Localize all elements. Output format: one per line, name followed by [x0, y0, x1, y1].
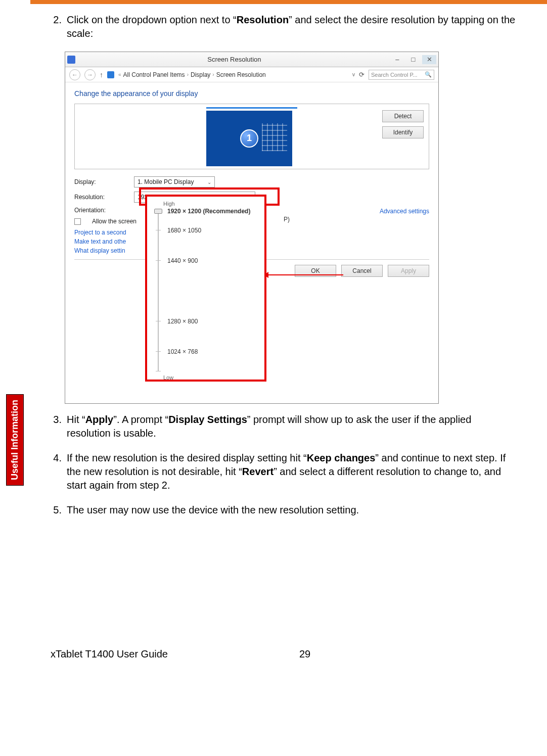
- res-option-1024[interactable]: 1024 × 768: [167, 348, 198, 355]
- res-option-1280[interactable]: 1280 × 800: [167, 318, 198, 325]
- res-option-1920[interactable]: 1920 × 1200 (Recommended): [167, 208, 250, 215]
- nav-up-button[interactable]: ↑: [100, 71, 103, 79]
- orientation-label: Orientation:: [74, 207, 125, 214]
- close-button[interactable]: ✕: [422, 55, 436, 64]
- maximize-button[interactable]: □: [406, 55, 420, 64]
- app-icon: [67, 56, 75, 64]
- step-5: 5. The user may now use the device with …: [51, 503, 517, 517]
- search-icon: 🔍: [425, 71, 432, 78]
- step-3: 3. Hit “Apply”. A prompt “Display Settin…: [51, 413, 517, 440]
- resolution-label: Resolution:: [74, 194, 125, 201]
- top-accent-bar: [30, 0, 547, 4]
- chevron-down-icon: ⌄: [207, 179, 211, 185]
- step-text: If the new resolution is the desired dis…: [67, 451, 517, 492]
- section-tab: Useful Information: [6, 394, 24, 486]
- address-bar: ← → ↑ « All Control Panel Items › Displa…: [65, 67, 438, 82]
- detect-button[interactable]: Detect: [382, 110, 424, 122]
- display-label: Display:: [74, 178, 125, 185]
- step-number: 2.: [51, 13, 62, 40]
- step-text: Click on the dropdown option next to “Re…: [67, 13, 517, 40]
- step-4: 4. If the new resolution is the desired …: [51, 451, 517, 492]
- cancel-button[interactable]: Cancel: [341, 265, 383, 277]
- step-number: 3.: [51, 413, 62, 440]
- res-option-1680[interactable]: 1680 × 1050: [167, 227, 201, 234]
- page-footer: xTablet T1400 User Guide 29: [51, 648, 517, 660]
- footer-page-number: 29: [299, 648, 310, 660]
- allow-checkbox[interactable]: [74, 218, 81, 225]
- annotation-arrow: [267, 274, 343, 275]
- step-number: 4.: [51, 451, 62, 492]
- advanced-settings-link[interactable]: Advanced settings: [380, 208, 429, 215]
- control-panel-icon: [107, 71, 114, 78]
- apply-button[interactable]: Apply: [388, 265, 429, 277]
- display-preview: Detect Identify 1: [74, 104, 429, 169]
- search-input[interactable]: Search Control P... 🔍: [369, 70, 434, 80]
- window-title: Screen Resolution: [78, 56, 390, 63]
- window-titlebar: Screen Resolution – □ ✕: [65, 52, 438, 67]
- identify-button[interactable]: Identify: [382, 126, 424, 138]
- monitor-number: 1: [240, 129, 258, 148]
- resolution-slider-popup: High 1920 × 1200: [145, 195, 266, 382]
- window-content: Change the appearance of your display De…: [65, 82, 438, 403]
- refresh-button[interactable]: ⟳: [359, 71, 364, 78]
- instruction-list: 2. Click on the dropdown option next to …: [51, 13, 517, 517]
- step-2: 2. Click on the dropdown option next to …: [51, 13, 517, 40]
- display-dropdown[interactable]: 1. Mobile PC Display ⌄: [134, 176, 215, 187]
- breadcrumb[interactable]: « All Control Panel Items › Display › Sc…: [118, 71, 266, 78]
- display-row: Display: 1. Mobile PC Display ⌄: [74, 176, 429, 187]
- slider-thumb[interactable]: [154, 209, 162, 214]
- slider-high-label: High: [163, 201, 260, 207]
- page-headline: Change the appearance of your display: [74, 89, 429, 98]
- monitor-glyph[interactable]: 1: [206, 111, 292, 166]
- allow-label: Allow the screen: [92, 218, 136, 225]
- step-number: 5.: [51, 503, 62, 517]
- res-option-1440[interactable]: 1440 × 900: [167, 257, 198, 264]
- minimize-button[interactable]: –: [390, 55, 404, 64]
- slider-low-label: Low: [163, 374, 260, 381]
- step-text: The user may now use the device with the…: [67, 503, 517, 517]
- step-text: Hit “Apply”. A prompt “Display Settings”…: [67, 413, 517, 440]
- nav-forward-button[interactable]: →: [84, 69, 96, 80]
- footer-guide-title: xTablet T1400 User Guide: [51, 648, 168, 660]
- nav-back-button[interactable]: ←: [69, 69, 80, 80]
- resolution-slider[interactable]: [154, 210, 162, 371]
- truncated-text: P): [284, 216, 290, 223]
- screenshot-screen-resolution: Screen Resolution – □ ✕ ← → ↑ « All Cont…: [65, 52, 439, 404]
- window-controls: – □ ✕: [390, 55, 436, 64]
- search-placeholder: Search Control P...: [371, 72, 418, 78]
